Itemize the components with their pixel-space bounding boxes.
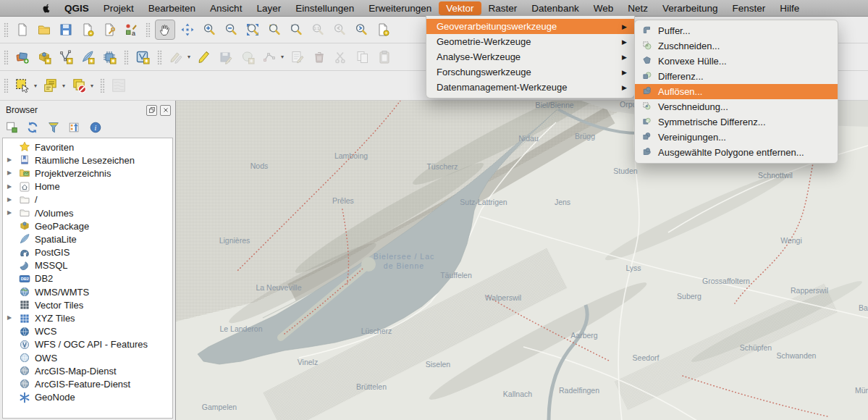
zoom-full-button[interactable] [243,20,262,39]
browser-item-projektverzeichnis[interactable]: ▶Projektverzeichnis [3,167,172,180]
filter-browser-icon[interactable] [46,120,61,135]
browser-item-wfs-ogc-api-features[interactable]: WFS / OGC API - Features [3,338,172,351]
browser-item-wms-wmts[interactable]: WMS/WMTS [3,285,172,298]
browser-item-spatialite[interactable]: SpatiaLite [3,232,172,245]
browser-item-label: OWS [35,353,57,364]
submenu-item-konvexe-h-lle[interactable]: Konvexe Hülle... [635,54,838,69]
new-project-button[interactable] [13,20,32,39]
menubar-item-einstellungen[interactable]: Einstellungen [288,1,361,15]
expand-arrow-icon[interactable]: ▶ [7,183,14,190]
map-label: Seedorf [633,353,660,362]
select-features-button[interactable] [13,76,32,95]
dropdown-caret-icon[interactable]: ▾ [187,54,193,60]
menubar-item-netz[interactable]: Netz [620,1,655,15]
menubar-item-raster[interactable]: Raster [481,1,525,15]
expand-arrow-icon[interactable]: ▶ [7,209,14,216]
menubar-item-vektor[interactable]: Vektor [439,1,481,15]
expand-arrow-icon[interactable]: ▶ [7,314,14,321]
new-virtual-layer-button[interactable] [100,48,119,67]
zoom-to-selection-button[interactable] [265,20,284,39]
map-label: de Bienne [384,261,424,270]
pan-to-selection-button[interactable] [178,20,197,39]
toggle-editing-button[interactable] [195,48,214,67]
apple-menu-icon[interactable] [38,3,56,14]
pan-button[interactable] [155,20,175,40]
menubar-item-datenbank[interactable]: Datenbank [524,1,586,15]
menu-item-geoverarbeitungswerkzeuge[interactable]: Geoverarbeitungswerkzeuge▶ [426,19,634,34]
new-map-view-button[interactable] [374,20,392,39]
paste-features-button [375,48,394,67]
select-by-value-button[interactable] [41,76,60,95]
submenu-item-zuschneiden[interactable]: Zuschneiden... [635,38,838,54]
browser-item-geopackage[interactable]: GeoPackage [3,219,172,232]
new-shapefile-layer-button[interactable] [56,48,75,67]
browser-item-postgis[interactable]: PostGIS [3,246,172,259]
expand-arrow-icon[interactable]: ▶ [7,169,14,176]
dropdown-caret-icon[interactable]: ▾ [90,83,96,89]
menubar-item-fenster[interactable]: Fenster [725,1,773,15]
style-manager-button[interactable]: a [122,20,140,39]
submenu-item-differenz[interactable]: Differenz... [635,69,838,84]
save-project-button[interactable] [56,20,75,39]
menubar-item-web[interactable]: Web [586,1,621,15]
browser-item-db2[interactable]: DB2DB2 [3,272,172,285]
map-label: Grossaffoltern [702,277,750,285]
menubar-item-qgis[interactable]: QGIS [57,1,96,15]
browser-item-xyz-tiles[interactable]: ▶XYZ Tiles [3,311,172,324]
collapse-all-icon[interactable] [67,120,82,135]
browser-item-arcgis-map-dienst[interactable]: ArcGIS-Map-Dienst [3,364,172,377]
browser-item-favoriten[interactable]: Favoriten [3,140,172,154]
dropdown-caret-icon[interactable]: ▾ [281,54,287,60]
layout-manager-button[interactable] [100,20,119,39]
menubar-item-verarbeitung[interactable]: Verarbeitung [655,1,725,15]
expand-arrow-icon[interactable]: ▶ [7,196,14,203]
menubar-item-erweiterungen[interactable]: Erweiterungen [361,1,439,15]
menu-item-datenmanagement-werkzeuge[interactable]: Datenmanagement-Werkzeuge▶ [426,80,634,95]
dropdown-caret-icon[interactable]: ▾ [34,83,40,89]
menubar-item-hilfe[interactable]: Hilfe [772,1,806,15]
browser-item-vector-tiles[interactable]: Vector Tiles [3,298,172,311]
toolbar-drag-handle [4,22,9,37]
submenu-item-verschneidung[interactable]: Verschneidung... [635,99,838,114]
zoom-to-layer-button[interactable] [287,20,306,39]
menubar-item-projekt[interactable]: Projekt [96,1,141,15]
submenu-item-ausgew-hlte-polygone-entfernen[interactable]: Ausgewählte Polygone entfernen... [635,145,838,160]
submenu-item-aufl-sen[interactable]: Auflösen... [635,84,838,99]
dropdown-caret-icon[interactable]: ▾ [62,83,68,89]
panel-float-button[interactable] [146,105,157,116]
browser-item-wcs[interactable]: WCS [3,325,172,338]
browser-item-ows[interactable]: OWS [3,351,172,364]
menubar-item-bearbeiten[interactable]: Bearbeiten [141,1,203,15]
browser-item-arcgis-feature-dienst[interactable]: ArcGIS-Feature-Dienst [3,377,172,390]
menu-item-forschungswerkzeuge[interactable]: Forschungswerkzeuge▶ [426,64,634,80]
panel-close-button[interactable] [160,105,171,116]
deselect-features-button[interactable] [69,76,88,95]
browser-item-geonode[interactable]: GeoNode [3,391,172,404]
new-geopackage-layer-button[interactable] [35,48,54,67]
menubar-item-ansicht[interactable]: Ansicht [203,1,249,15]
submenu-item-vereinigungen[interactable]: Vereinigungen... [635,130,838,145]
zoom-in-button[interactable] [200,20,219,39]
expand-arrow-icon[interactable]: ▶ [7,156,14,163]
menu-item-geometrie-werkzeuge[interactable]: Geometrie-Werkzeuge▶ [426,34,634,49]
submenu-item-symmetrische-differenz[interactable]: Symmetrische Differenz... [635,114,838,130]
zoom-next-button[interactable] [352,20,371,39]
add-selected-layer-icon[interactable] [4,120,19,135]
browser-item-home[interactable]: ▶Home [3,180,172,193]
browser-item-label: Favoriten [35,142,74,153]
open-project-button[interactable] [35,20,54,39]
submenu-item-puffer[interactable]: Puffer... [635,23,838,38]
browser-item-mssql[interactable]: MSSQL [3,259,172,272]
zoom-out-button[interactable] [222,20,240,39]
new-print-layout-button[interactable] [78,20,97,39]
menu-item-analyse-werkzeuge[interactable]: Analyse-Werkzeuge▶ [426,49,634,64]
refresh-icon[interactable] [25,120,40,135]
new-spatialite-layer-button[interactable] [78,48,97,67]
browser-item-volumes[interactable]: ▶/Volumes [3,206,172,219]
properties-icon[interactable]: i [88,120,103,135]
browser-item-r-umliche-lesezeichen[interactable]: ▶Räumliche Lesezeichen [3,154,172,167]
data-source-manager-button[interactable] [13,48,32,67]
browser-item-[interactable]: ▶/ [3,193,172,206]
new-scratch-layer-button[interactable] [133,48,152,67]
menubar-item-layer[interactable]: Layer [249,1,288,15]
